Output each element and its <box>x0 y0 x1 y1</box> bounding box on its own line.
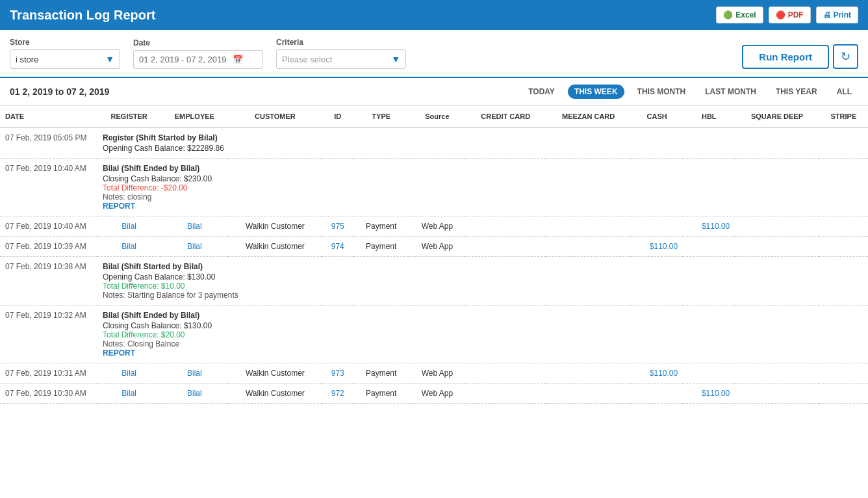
cell-stripe <box>819 216 868 237</box>
cell-employee: Bilal <box>160 363 228 384</box>
cell-customer: Walkin Customer <box>228 384 322 404</box>
cell-source: Web App <box>409 384 465 404</box>
cell-type: Payment <box>353 237 409 257</box>
col-meezan-card: MEEZAN CARD <box>546 106 631 127</box>
run-actions: Run Report ↻ <box>742 44 858 69</box>
criteria-dropdown-arrow-icon: ▼ <box>391 54 400 64</box>
cell-type: Payment <box>353 363 409 384</box>
col-date: DATE <box>0 106 97 127</box>
transaction-table: DATE REGISTER EMPLOYEE CUSTOMER ID TYPE … <box>0 106 868 404</box>
col-source: Source <box>409 106 465 127</box>
cell-credit-card <box>465 216 546 237</box>
cell-square-deep <box>735 384 819 404</box>
cell-stripe <box>819 237 868 257</box>
cell-customer: Walkin Customer <box>228 216 322 237</box>
period-lastmonth-button[interactable]: LAST MONTH <box>698 85 763 99</box>
cell-cash: $110.00 <box>631 237 683 257</box>
cell-hbl: $110.00 <box>683 384 735 404</box>
cell-type: Payment <box>353 216 409 237</box>
pdf-button[interactable]: 🔴 PDF <box>769 7 811 23</box>
col-square-deep: SQUARE DEEP <box>735 106 819 127</box>
criteria-label: Criteria <box>276 38 406 47</box>
col-hbl: HBL <box>683 106 735 127</box>
period-all-button[interactable]: ALL <box>830 85 858 99</box>
table-row: 07 Feb, 2019 10:30 AM Bilal Bilal Walkin… <box>0 384 868 404</box>
cell-square-deep <box>735 216 819 237</box>
cell-date: 07 Feb, 2019 10:40 AM <box>0 216 97 237</box>
table-row: 07 Feb, 2019 10:40 AM Bilal (Shift Ended… <box>0 159 868 216</box>
period-thisyear-button[interactable]: THIS YEAR <box>769 85 824 99</box>
table-row: 07 Feb, 2019 05:05 PM Register (Shift St… <box>0 127 868 159</box>
excel-button[interactable]: 🟢 Excel <box>716 7 763 23</box>
cell-source: Web App <box>409 216 465 237</box>
print-icon: 🖨 <box>823 10 831 20</box>
cell-cash: $110.00 <box>631 363 683 384</box>
table-header-row: DATE REGISTER EMPLOYEE CUSTOMER ID TYPE … <box>0 106 868 127</box>
table-row: 07 Feb, 2019 10:38 AM Bilal (Shift Start… <box>0 257 868 306</box>
cell-id: 973 <box>322 363 353 384</box>
table-row: 07 Feb, 2019 10:31 AM Bilal Bilal Walkin… <box>0 363 868 384</box>
table-row: 07 Feb, 2019 10:39 AM Bilal Bilal Walkin… <box>0 237 868 257</box>
period-today-button[interactable]: TODAY <box>522 85 561 99</box>
calendar-icon: 📅 <box>233 55 243 64</box>
page-title: Transaction Log Report <box>10 8 155 23</box>
cell-customer: Walkin Customer <box>228 237 322 257</box>
cell-source: Web App <box>409 237 465 257</box>
cell-shift-info: Register (Shift Started by Bilal) Openin… <box>97 127 868 159</box>
table-container: DATE REGISTER EMPLOYEE CUSTOMER ID TYPE … <box>0 106 868 404</box>
period-thisweek-button[interactable]: THIS WEEK <box>568 85 624 99</box>
cell-meezan-card <box>546 384 631 404</box>
criteria-filter-group: Criteria Please select ▼ <box>276 38 406 69</box>
cell-employee: Bilal <box>160 384 228 404</box>
cell-register: Bilal <box>97 216 160 237</box>
cell-meezan-card <box>546 363 631 384</box>
col-credit-card: CREDIT CARD <box>465 106 546 127</box>
report-link[interactable]: REPORT <box>103 202 863 211</box>
col-employee: EMPLOYEE <box>160 106 228 127</box>
store-select[interactable]: i store ▼ <box>10 49 120 69</box>
col-stripe: STRIPE <box>819 106 868 127</box>
cell-hbl: $110.00 <box>683 216 735 237</box>
cell-shift-info: Bilal (Shift Ended by Bilal) Closing Cas… <box>97 159 868 216</box>
refresh-button[interactable]: ↻ <box>833 44 858 69</box>
filters-section: Store i store ▼ Date 01 2, 2019 - 07 2, … <box>0 30 868 78</box>
cell-source: Web App <box>409 363 465 384</box>
run-report-button[interactable]: Run Report <box>742 45 829 69</box>
report-link[interactable]: REPORT <box>103 348 863 358</box>
cell-register: Bilal <box>97 384 160 404</box>
cell-employee: Bilal <box>160 216 228 237</box>
date-filter-group: Date 01 2, 2019 - 07 2, 2019 📅 <box>133 38 263 69</box>
col-cash: CASH <box>631 106 683 127</box>
cell-id: 972 <box>322 384 353 404</box>
cell-cash <box>631 384 683 404</box>
pdf-icon: 🔴 <box>776 10 785 20</box>
cell-square-deep <box>735 237 819 257</box>
cell-shift-info: Bilal (Shift Started by Bilal) Opening C… <box>97 257 868 306</box>
col-type: TYPE <box>353 106 409 127</box>
table-row: 07 Feb, 2019 10:32 AM Bilal (Shift Ended… <box>0 306 868 363</box>
period-thismonth-button[interactable]: THIS MONTH <box>631 85 693 99</box>
cell-stripe <box>819 384 868 404</box>
cell-hbl <box>683 363 735 384</box>
col-id: ID <box>322 106 353 127</box>
criteria-select[interactable]: Please select ▼ <box>276 49 406 69</box>
header-actions: 🟢 Excel 🔴 PDF 🖨 Print <box>716 7 858 23</box>
cell-id: 974 <box>322 237 353 257</box>
store-label: Store <box>10 38 120 47</box>
cell-type: Payment <box>353 384 409 404</box>
header-bar: Transaction Log Report 🟢 Excel 🔴 PDF 🖨 P… <box>0 0 868 30</box>
cell-register: Bilal <box>97 237 160 257</box>
date-input[interactable]: 01 2, 2019 - 07 2, 2019 📅 <box>133 50 263 69</box>
cell-date: 07 Feb, 2019 10:40 AM <box>0 159 97 216</box>
cell-stripe <box>819 363 868 384</box>
col-register: REGISTER <box>97 106 160 127</box>
cell-id: 975 <box>322 216 353 237</box>
print-button[interactable]: 🖨 Print <box>816 7 858 23</box>
period-filters: TODAY THIS WEEK THIS MONTH LAST MONTH TH… <box>522 85 858 99</box>
cell-date: 07 Feb, 2019 10:39 AM <box>0 237 97 257</box>
cell-date: 07 Feb, 2019 10:32 AM <box>0 306 97 363</box>
cell-customer: Walkin Customer <box>228 363 322 384</box>
cell-square-deep <box>735 363 819 384</box>
cell-date: 07 Feb, 2019 10:31 AM <box>0 363 97 384</box>
table-row: 07 Feb, 2019 10:40 AM Bilal Bilal Walkin… <box>0 216 868 237</box>
